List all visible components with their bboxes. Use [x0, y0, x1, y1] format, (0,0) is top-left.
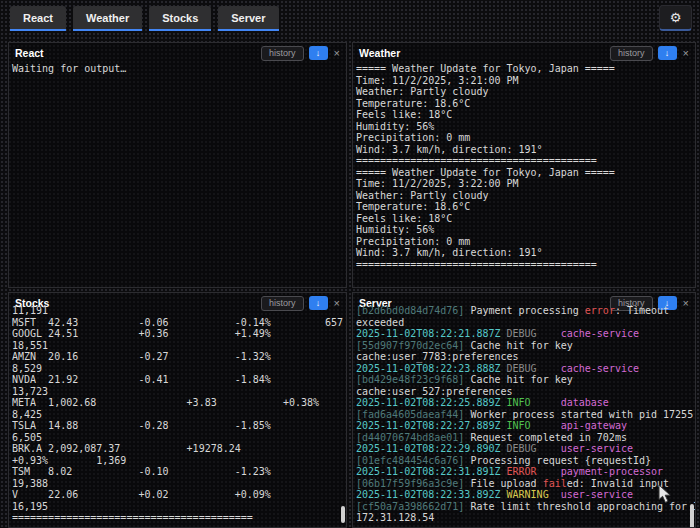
- collapse-button[interactable]: ↓: [309, 296, 328, 310]
- panel-react-body: Waiting for output…: [9, 59, 346, 75]
- log-line: cache:user_7783:preferences: [356, 351, 695, 363]
- log-line: [d44070674bd8ae01] Request completed in …: [356, 432, 695, 444]
- panel-weather: Weather history ↓ × ===== Weather Update…: [352, 42, 696, 288]
- log-line: cache:user_527:preferences: [356, 386, 695, 398]
- panel-server-body: [b2d6bd0d84d74d76] Payment processing er…: [353, 305, 695, 524]
- top-tab-bar: ReactWeatherStocksServer ⚙: [0, 0, 700, 36]
- tab-react[interactable]: React: [10, 6, 66, 31]
- collapse-button[interactable]: ↓: [309, 46, 328, 60]
- close-icon[interactable]: ×: [683, 47, 689, 59]
- server-log: [b2d6bd0d84d74d76] Payment processing er…: [356, 305, 695, 524]
- log-line: 2025-11-02T08:22:29.890Z DEBUG user-serv…: [356, 443, 695, 455]
- panel-react-header: React history ↓ ×: [9, 43, 346, 59]
- log-line: 2025-11-02T08:22:27.889Z INFO api-gatewa…: [356, 420, 695, 432]
- panel-react: React history ↓ × Waiting for output…: [8, 42, 347, 288]
- tab-stocks[interactable]: Stocks: [149, 6, 211, 31]
- close-icon[interactable]: ×: [334, 47, 340, 59]
- log-line: [bd429e48f23c9f68] Cache hit for key: [356, 374, 695, 386]
- log-line: [55d907f970d2ec64] Cache hit for key: [356, 340, 695, 352]
- log-line: 2025-11-02T08:22:31.891Z ERROR payment-p…: [356, 466, 695, 478]
- scrollbar-thumb[interactable]: [690, 504, 694, 528]
- panel-weather-header: Weather history ↓ ×: [353, 43, 695, 59]
- log-line: 2025-11-02T08:22:21.887Z DEBUG cache-ser…: [356, 328, 695, 340]
- log-line: [cf50a7a398662d71] Rate limit threshold …: [356, 501, 695, 513]
- tab-weather[interactable]: Weather: [73, 6, 142, 31]
- panel-server: Server history ↓ × [b2d6bd0d84d74d76] Pa…: [352, 292, 696, 528]
- close-icon[interactable]: ×: [683, 297, 689, 309]
- panel-weather-body: ===== Weather Update for Tokyo, Japan ==…: [353, 59, 695, 270]
- panel-title: Stocks: [15, 297, 261, 309]
- log-line: 2025-11-02T08:22:25.889Z INFO database: [356, 397, 695, 409]
- settings-button[interactable]: ⚙: [659, 5, 692, 31]
- scrollbar-thumb[interactable]: [341, 506, 345, 523]
- panel-stocks-header: Stocks history ↓ ×: [9, 293, 346, 309]
- weather-output-text: ===== Weather Update for Tokyo, Japan ==…: [356, 63, 695, 270]
- panel-stocks: Stocks history ↓ × 11,191 MSFT 42.43 -0.…: [8, 292, 347, 528]
- stocks-output-text: 11,191 MSFT 42.43 -0.06 -0.14% 657 GOOGL…: [12, 305, 346, 524]
- collapse-button[interactable]: ↓: [658, 46, 677, 60]
- panel-title: Weather: [359, 47, 610, 59]
- close-icon[interactable]: ×: [334, 297, 340, 309]
- history-button[interactable]: history: [610, 46, 653, 61]
- log-line: 2025-11-02T08:22:23.888Z DEBUG cache-ser…: [356, 363, 695, 375]
- log-line: exceeded: [356, 317, 695, 329]
- history-button[interactable]: history: [261, 296, 304, 311]
- tab-server[interactable]: Server: [218, 6, 278, 31]
- log-line: 2025-11-02T08:22:33.892Z WARNING user-se…: [356, 489, 695, 501]
- log-line: [fad6a4605daeaf44] Worker process starte…: [356, 409, 695, 421]
- history-button[interactable]: history: [261, 46, 304, 61]
- react-output-text: Waiting for output…: [12, 63, 346, 75]
- panel-title: React: [15, 47, 261, 59]
- tab-bar-tabs: ReactWeatherStocksServer: [10, 6, 659, 31]
- log-line: [01efc484454c6a76] Processing request {r…: [356, 455, 695, 467]
- log-line: [b2d6bd0d84d74d76] Payment processing er…: [356, 305, 695, 317]
- arrow-down-icon: ↓: [316, 298, 321, 308]
- gear-icon: ⚙: [670, 10, 682, 25]
- arrow-down-icon: ↓: [316, 48, 321, 58]
- log-line: 172.31.128.54: [356, 512, 695, 524]
- log-line: [06b17f59f96a3c9e] File upload failed: I…: [356, 478, 695, 490]
- panel-stocks-body: 11,191 MSFT 42.43 -0.06 -0.14% 657 GOOGL…: [9, 305, 346, 524]
- arrow-down-icon: ↓: [665, 48, 670, 58]
